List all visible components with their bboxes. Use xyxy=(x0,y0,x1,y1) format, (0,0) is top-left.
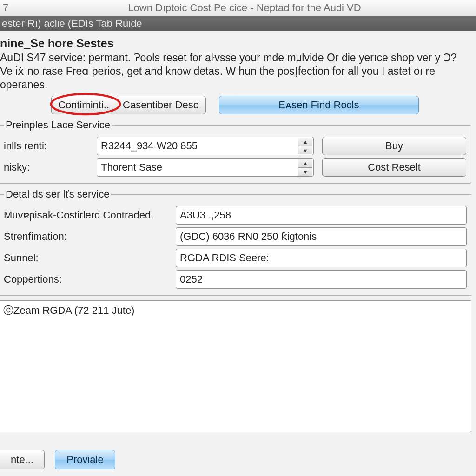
menubar-text: ester Rı) aclie (EDIs Tab Ruide xyxy=(2,18,142,30)
inlls-renti-combo[interactable]: R3244_934 W20 855 ▲▼ xyxy=(97,137,314,155)
detal-legend: Detal ds ser lťs service xyxy=(4,188,111,200)
list-item[interactable]: ⓒZeam RGDA (72 211 Jute) xyxy=(3,304,134,316)
spinner-icon[interactable]: ▲▼ xyxy=(298,159,312,176)
casentiber-button[interactable]: Casentiber Deso xyxy=(116,96,206,114)
coppertions-input[interactable]: 0252 xyxy=(176,270,467,289)
nisky-label: nisky: xyxy=(4,161,97,173)
intro-paragraph: AuDI S47 service: permant. Ɂools reset f… xyxy=(0,51,471,91)
easen-find-rocls-button[interactable]: Eᴀsen Find Rocls xyxy=(219,96,419,114)
detal-group: Detal ds ser lťs service Muvɐpisak-Costi… xyxy=(0,188,471,296)
sunnel-label: Sunnel: xyxy=(4,252,176,264)
sunnel-input[interactable]: RGDA RDIS Seere: xyxy=(176,249,467,267)
menubar[interactable]: ester Rı) aclie (EDIs Tab Ruide xyxy=(0,16,476,31)
strenfimation-label: Strenfimation: xyxy=(4,231,176,243)
coppertions-label: Coppertions: xyxy=(4,273,176,285)
nte-button[interactable]: nte... xyxy=(0,450,45,469)
contiminti-button[interactable]: Contiminti.. xyxy=(51,96,116,114)
bottom-button-bar: nte... Proviale xyxy=(0,450,476,476)
window-titlebar: 7 Lown Dıptoic Cost Pe cice - Neptad for… xyxy=(0,0,476,16)
muvapisak-label: Muvɐpisak-Costirlerd Contraded. xyxy=(4,209,176,221)
muvapisak-input[interactable]: A3U3 .,258 xyxy=(176,206,467,225)
nisky-combo[interactable]: Thorent Sase ▲▼ xyxy=(97,158,314,177)
result-listbox[interactable]: ⓒZeam RGDA (72 211 Jute) xyxy=(0,300,471,432)
nisky-value: Thorent Sase xyxy=(101,161,162,173)
action-button-row: Contiminti.. Casentiber Deso Eᴀsen Find … xyxy=(51,96,471,114)
section-heading: nine_Se hore Sestes xyxy=(0,37,471,50)
preinples-legend: Preinples Lace Service xyxy=(4,119,112,131)
cost-reselt-button[interactable]: Cost Reselt xyxy=(322,158,466,177)
strenfimation-input[interactable]: (GDC) 6036 RN0 250 ƙigtonis xyxy=(176,227,467,246)
titlebar-left-fragment: 7 xyxy=(3,2,16,14)
inlls-renti-label: inlls renti: xyxy=(4,140,97,152)
proviale-button[interactable]: Proviale xyxy=(55,450,115,469)
preinples-group: Preinples Lace Service inlls renti: R324… xyxy=(0,119,471,184)
spinner-icon[interactable]: ▲▼ xyxy=(298,138,312,154)
buy-button[interactable]: Buy xyxy=(322,137,466,155)
window-title: Lown Dıptoic Cost Pe cice - Neptad for t… xyxy=(16,2,473,14)
inlls-renti-value: R3244_934 W20 855 xyxy=(101,140,198,152)
